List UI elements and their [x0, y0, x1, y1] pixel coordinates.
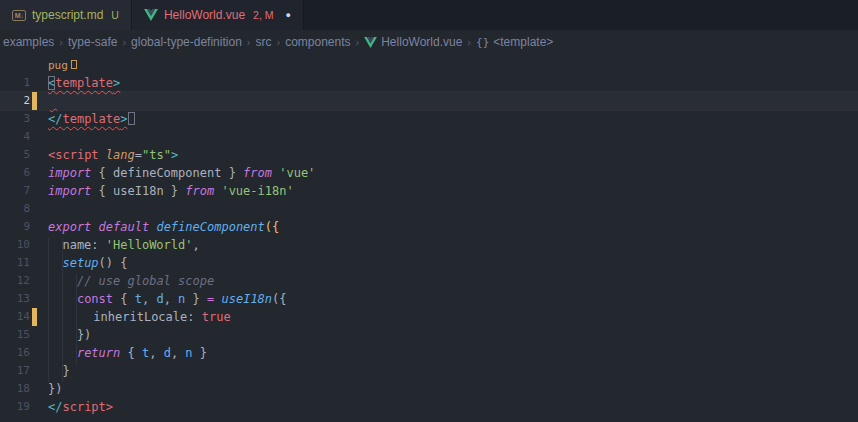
code-token: d	[164, 346, 171, 360]
line-number[interactable]: 18	[0, 380, 30, 398]
code-token: >	[171, 148, 178, 162]
code-token: ,	[193, 238, 200, 252]
code-token: ({	[272, 292, 286, 306]
breadcrumb-label: components	[285, 35, 350, 49]
code-line-18[interactable]: 18})	[0, 380, 858, 398]
code-token: // use global scope	[77, 274, 214, 288]
code-text	[39, 92, 858, 110]
breadcrumb-item-type-safe[interactable]: type-safe	[68, 35, 117, 49]
code-token: 'vue-i18n'	[221, 184, 293, 198]
code-line-16[interactable]: 16 return { t, d, n }	[0, 344, 858, 362]
line-number[interactable]: 5	[0, 146, 30, 164]
vue-icon	[144, 9, 158, 21]
code-token	[50, 94, 57, 108]
line-number[interactable]: 6	[0, 164, 30, 182]
code-text: setup() {	[37, 254, 858, 272]
code-line-15[interactable]: 15 })	[0, 326, 858, 344]
tab-typescript-md[interactable]: M↓ typescript.md U	[0, 0, 132, 30]
code-line-4[interactable]: 4	[0, 128, 858, 146]
code-line-7[interactable]: 7import { useI18n } from 'vue-i18n'	[0, 182, 858, 200]
line-number[interactable]: 12	[0, 272, 30, 290]
ghost-character-box	[128, 112, 135, 125]
code-token: default	[99, 220, 150, 234]
code-text: export default defineComponent({	[37, 218, 858, 236]
code-token: ,	[164, 292, 178, 306]
line-number[interactable]: 7	[0, 182, 30, 200]
line-number[interactable]: 10	[0, 236, 30, 254]
vscode-editor-window: M↓ typescript.md U HelloWorld.vue 2, M ●…	[0, 0, 858, 422]
code-token: 'HelloWorld'	[106, 238, 193, 252]
breadcrumb-item-helloworld-vue[interactable]: HelloWorld.vue	[364, 35, 462, 49]
line-number[interactable]: 14	[0, 308, 30, 326]
breadcrumb-item-global-type-definition[interactable]: global-type-definition	[131, 35, 242, 49]
code-token: import	[48, 166, 91, 180]
unsaved-changes-dot[interactable]: ●	[286, 10, 291, 20]
code-line-14[interactable]: 14 inheritLocale: true	[0, 308, 858, 326]
code-token: true	[202, 310, 231, 324]
breadcrumb-separator: ›	[247, 36, 251, 48]
breadcrumb-separator: ›	[356, 36, 360, 48]
code-text: </template>	[37, 110, 858, 128]
code-token: () {	[99, 256, 128, 270]
template-lang-hint-row[interactable]: pug	[0, 58, 858, 74]
tab-bar-empty-space	[304, 0, 858, 30]
breadcrumb-item-components[interactable]: components	[285, 35, 350, 49]
code-editor[interactable]: pug1<template>2 3</template>45<script la…	[0, 54, 858, 422]
line-number[interactable]: 4	[0, 128, 30, 146]
code-line-2[interactable]: 2	[0, 92, 858, 110]
line-number[interactable]: 3	[0, 110, 30, 128]
tab-helloworld-vue[interactable]: HelloWorld.vue 2, M ●	[132, 0, 304, 30]
code-line-5[interactable]: 5<script lang="ts">	[0, 146, 858, 164]
code-line-3[interactable]: 3</template>	[0, 110, 858, 128]
code-token: inheritLocale:	[50, 310, 202, 324]
code-token: }	[48, 364, 70, 378]
line-number[interactable]: 1	[0, 74, 30, 92]
line-number[interactable]: 11	[0, 254, 30, 272]
code-line-11[interactable]: 11 setup() {	[0, 254, 858, 272]
code-text: })	[37, 380, 858, 398]
code-line-8[interactable]: 8	[0, 200, 858, 218]
line-number[interactable]: 16	[0, 344, 30, 362]
code-line-13[interactable]: 13 const { t, d, n } = useI18n({	[0, 290, 858, 308]
code-token	[48, 346, 77, 360]
breadcrumb: examples›type-safe›global-type-definitio…	[0, 30, 858, 54]
code-token: const	[77, 292, 113, 306]
code-token: }	[185, 292, 207, 306]
code-token: {	[113, 292, 135, 306]
code-token: export	[48, 220, 91, 234]
line-number[interactable]: 9	[0, 218, 30, 236]
code-token: {	[120, 346, 142, 360]
code-token: >	[106, 400, 113, 414]
code-line-9[interactable]: 9export default defineComponent({	[0, 218, 858, 236]
tab-label: HelloWorld.vue	[164, 8, 245, 22]
line-number[interactable]: 2	[0, 92, 30, 110]
code-token: import	[48, 184, 91, 198]
line-number[interactable]: 15	[0, 326, 30, 344]
code-token: >	[113, 76, 120, 90]
line-number[interactable]: 13	[0, 290, 30, 308]
breadcrumb-label: examples	[3, 35, 54, 49]
code-token: </	[48, 400, 62, 414]
code-line-12[interactable]: 12 // use global scope	[0, 272, 858, 290]
breadcrumb-label: type-safe	[68, 35, 117, 49]
line-number[interactable]: 19	[0, 398, 30, 416]
line-number[interactable]: 8	[0, 200, 30, 218]
code-token: template	[55, 76, 113, 90]
code-token: t	[135, 292, 142, 306]
code-text: }	[37, 362, 858, 380]
code-token: setup	[62, 256, 98, 270]
line-number[interactable]: 17	[0, 362, 30, 380]
code-line-1[interactable]: 1<template>	[0, 74, 858, 92]
code-line-6[interactable]: 6import { defineComponent } from 'vue'	[0, 164, 858, 182]
braces-icon: {}	[476, 36, 489, 49]
breadcrumb-item-examples[interactable]: examples	[3, 35, 54, 49]
code-token: })	[48, 328, 91, 342]
breadcrumb-item--template-[interactable]: {}<template>	[476, 35, 553, 49]
code-line-19[interactable]: 19</script>	[0, 398, 858, 416]
code-text: import { useI18n } from 'vue-i18n'	[37, 182, 858, 200]
code-token: template	[62, 112, 120, 126]
code-line-17[interactable]: 17 }	[0, 362, 858, 380]
breadcrumb-item-src[interactable]: src	[255, 35, 271, 49]
code-line-10[interactable]: 10 name: 'HelloWorld',	[0, 236, 858, 254]
code-token: =	[135, 148, 142, 162]
